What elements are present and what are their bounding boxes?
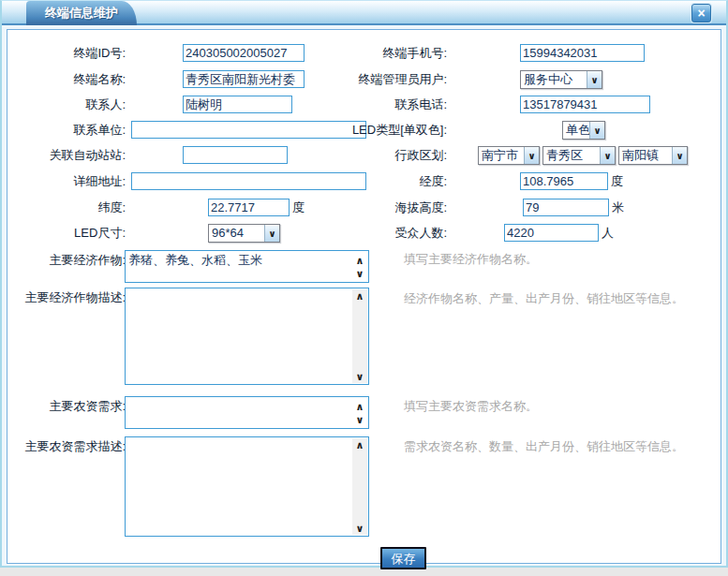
- region-district-select[interactable]: 青秀区 ∨: [542, 146, 616, 165]
- scroll-up-icon[interactable]: ∧: [352, 289, 367, 303]
- contact-phone-label: 联系电话:: [236, 96, 447, 114]
- region-city-select[interactable]: 南宁市 ∨: [478, 146, 540, 165]
- crops-desc-scrollbar[interactable]: ∧ ∨: [352, 289, 367, 383]
- chevron-down-icon[interactable]: ∨: [587, 71, 602, 88]
- led-type-label: LED类型[单双色]:: [236, 121, 447, 140]
- altitude-unit: 米: [612, 199, 624, 217]
- chevron-down-icon[interactable]: ∨: [589, 122, 604, 139]
- longitude-label: 经度:: [236, 172, 447, 191]
- terminal-phone-label: 终端手机号:: [236, 44, 447, 63]
- crops-desc-text[interactable]: [128, 290, 350, 382]
- crops-hint: 填写主要经济作物名称。: [404, 251, 538, 268]
- led-size-label: LED尺寸:: [7, 224, 126, 243]
- agri-need-desc-textarea[interactable]: ∧ ∨: [125, 436, 369, 537]
- agri-need-textarea[interactable]: ∧ ∨: [125, 396, 369, 429]
- agri-need-desc-text[interactable]: [128, 439, 350, 534]
- audience-label: 受众人数:: [236, 224, 447, 243]
- scroll-down-icon[interactable]: ∨: [352, 413, 367, 426]
- longitude-input[interactable]: [520, 172, 608, 190]
- crops-label: 主要经济作物:: [7, 251, 126, 270]
- auto-station-label: 关联自动站站:: [7, 146, 126, 165]
- region-district-value: 青秀区: [543, 147, 600, 164]
- latitude-label: 纬度:: [7, 199, 126, 217]
- longitude-unit: 度: [611, 172, 623, 191]
- agri-need-label: 主要农资需求:: [7, 397, 126, 416]
- contact-label: 联系人:: [7, 96, 126, 114]
- altitude-label: 海拔高度:: [236, 199, 447, 217]
- crops-desc-textarea[interactable]: ∧ ∨: [125, 288, 369, 385]
- crops-textarea[interactable]: 养猪、养兔、水稻、玉米 ∧ ∨: [125, 250, 369, 283]
- dialog-title: 终端信息维护: [26, 1, 137, 25]
- crops-text[interactable]: 养猪、养兔、水稻、玉米: [128, 253, 350, 280]
- region-town-select[interactable]: 南阳镇 ∨: [618, 146, 688, 165]
- agri-need-scrollbar[interactable]: ∧ ∨: [352, 398, 367, 427]
- agri-need-desc-scrollbar[interactable]: ∧ ∨: [352, 438, 367, 535]
- led-type-value: 单色: [563, 122, 589, 139]
- audience-unit: 人: [602, 224, 614, 243]
- chevron-down-icon[interactable]: ∨: [600, 147, 615, 164]
- address-label: 详细地址:: [7, 172, 126, 191]
- agri-need-text[interactable]: [128, 399, 350, 426]
- terminal-id-label: 终端ID号:: [7, 44, 126, 63]
- agri-need-desc-label: 主要农资需求描述:: [7, 437, 126, 456]
- region-label: 行政区划:: [236, 146, 447, 165]
- audience-input[interactable]: [504, 224, 599, 242]
- scroll-up-icon[interactable]: ∧: [352, 254, 367, 267]
- scroll-down-icon[interactable]: ∨: [352, 267, 367, 280]
- crops-desc-label: 主要经济作物描述:: [7, 288, 126, 307]
- chevron-down-icon[interactable]: ∨: [672, 147, 687, 164]
- admin-user-select[interactable]: 服务中心 ∨: [520, 70, 602, 89]
- contact-phone-input[interactable]: [520, 96, 650, 113]
- agri-need-desc-hint: 需求农资名称、数量、出产月份、销往地区等信息。: [404, 438, 684, 455]
- crops-scrollbar[interactable]: ∧ ∨: [352, 252, 367, 281]
- scroll-up-icon[interactable]: ∧: [352, 438, 367, 451]
- page: 终端信息维护 × 终端ID号: 终端手机号: 终端名称: 终端管理员用户: 服务…: [0, 0, 728, 576]
- region-city-value: 南宁市: [479, 147, 524, 164]
- save-button[interactable]: 保存: [380, 547, 426, 569]
- agri-need-hint: 填写主要农资需求名称。: [404, 398, 538, 415]
- altitude-input[interactable]: [523, 199, 609, 216]
- led-type-select[interactable]: 单色 ∨: [562, 121, 605, 140]
- terminal-phone-input[interactable]: [520, 44, 645, 62]
- scroll-down-icon[interactable]: ∨: [352, 370, 367, 383]
- contact-unit-label: 联系单位:: [7, 121, 126, 140]
- close-icon: ×: [697, 6, 705, 21]
- admin-user-label: 终端管理员用户:: [236, 70, 447, 89]
- dialog-titlebar: 终端信息维护 ×: [2, 1, 726, 25]
- terminal-name-label: 终端名称:: [7, 70, 126, 89]
- admin-user-value: 服务中心: [521, 71, 587, 88]
- terminal-info-dialog: 终端信息维护 × 终端ID号: 终端手机号: 终端名称: 终端管理员用户: 服务…: [0, 0, 728, 568]
- close-button[interactable]: ×: [691, 4, 711, 22]
- scroll-up-icon[interactable]: ∧: [352, 400, 367, 413]
- scroll-down-icon[interactable]: ∨: [352, 522, 367, 535]
- crops-desc-hint: 经济作物名称、产量、出产月份、销往地区等信息。: [404, 290, 684, 307]
- chevron-down-icon[interactable]: ∨: [524, 147, 539, 164]
- region-town-value: 南阳镇: [619, 147, 672, 164]
